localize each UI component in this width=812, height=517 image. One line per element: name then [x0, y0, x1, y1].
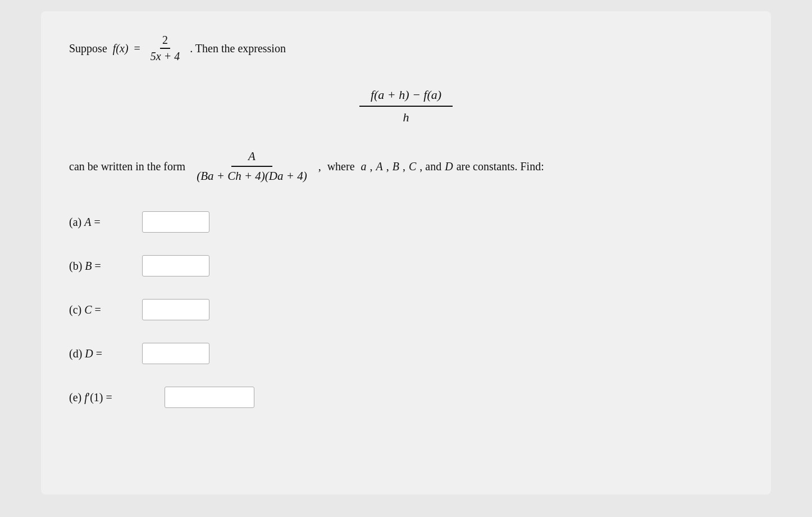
expression-block: f(a + h) − f(a) h	[69, 85, 743, 127]
input-fprime[interactable]	[165, 387, 254, 408]
constants-B: B	[393, 160, 399, 173]
answer-row-A: (a) A =	[69, 211, 743, 233]
intro-denominator: 5x + 4	[148, 49, 182, 63]
big-numerator: f(a + h) − f(a)	[359, 85, 453, 107]
main-card: Suppose f(x) = 2 5x + 4 . Then the expre…	[41, 11, 771, 495]
input-A[interactable]	[142, 211, 209, 233]
comma3: ,	[386, 160, 389, 173]
where-label: where	[325, 160, 355, 173]
suppose-text: Suppose	[69, 42, 107, 55]
are-constants: are constants. Find:	[457, 160, 544, 173]
input-D[interactable]	[142, 343, 209, 364]
period-then: . Then the expression	[190, 42, 286, 55]
label-fprime: (e) f′(1) =	[69, 391, 159, 404]
input-C[interactable]	[142, 299, 209, 320]
label-D: (d) D =	[69, 347, 136, 360]
can-be-written: can be written in the form	[69, 160, 185, 173]
answer-row-D: (d) D =	[69, 343, 743, 364]
answer-row-C: (c) C =	[69, 299, 743, 320]
intro-numerator: 2	[160, 34, 170, 49]
comma4: ,	[403, 160, 405, 173]
answer-row-B: (b) B =	[69, 255, 743, 276]
form-line: can be written in the form A (Ba + Ch + …	[69, 149, 743, 183]
constants-A: A	[376, 160, 383, 173]
form-denominator: (Ba + Ch + 4)(Da + 4)	[192, 167, 312, 183]
intro-line: Suppose f(x) = 2 5x + 4 . Then the expre…	[69, 34, 743, 63]
intro-fraction: 2 5x + 4	[148, 34, 182, 63]
f-of-x: f(x)	[113, 42, 129, 55]
comma2: ,	[370, 160, 373, 173]
constants-C: C	[409, 160, 416, 173]
label-B: (b) B =	[69, 260, 136, 273]
comma5: , and	[419, 160, 441, 173]
label-C: (c) C =	[69, 303, 136, 316]
constants-a: a	[358, 160, 367, 173]
equals-sign: =	[134, 42, 140, 55]
constants-D: D	[445, 160, 453, 173]
comma: ,	[318, 160, 321, 173]
form-fraction: A (Ba + Ch + 4)(Da + 4)	[192, 149, 312, 183]
big-denominator: h	[391, 107, 420, 127]
answer-row-fprime: (e) f′(1) =	[69, 387, 743, 408]
form-numerator: A	[231, 149, 272, 167]
label-A: (a) A =	[69, 216, 136, 229]
big-fraction: f(a + h) − f(a) h	[359, 85, 453, 127]
input-B[interactable]	[142, 255, 209, 276]
